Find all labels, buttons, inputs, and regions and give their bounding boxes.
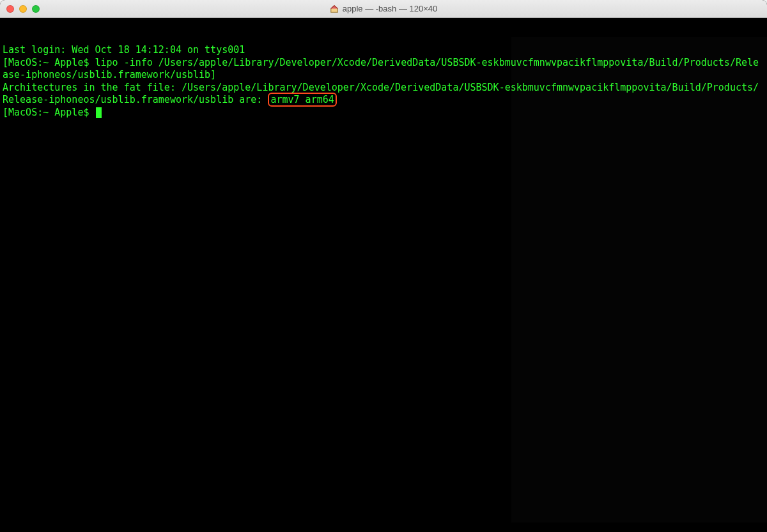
window-title: apple — -bash — 120×40 [0,4,767,13]
output-prefix: Architectures in the fat file: /Users/ap… [3,82,759,106]
command-1: lipo -info /Users/apple/Library/Develope… [3,57,759,81]
architectures-highlight: armv7 arm64 [268,93,336,107]
prompt-open-bracket-2: [ [3,107,8,118]
zoom-icon[interactable] [32,5,40,13]
cursor-block [96,107,102,118]
prompt-1: MacOS:~ Apple$ [8,57,95,68]
window-title-text: apple — -bash — 120×40 [343,4,438,13]
terminal-body[interactable]: Last login: Wed Oct 18 14:12:04 on ttys0… [0,18,767,532]
command-line-1: [MacOS:~ Apple$ lipo -info /Users/apple/… [3,57,764,82]
close-icon[interactable] [6,5,14,13]
titlebar[interactable]: apple — -bash — 120×40 [0,0,767,18]
minimize-icon[interactable] [19,5,27,13]
command-line-2: [MacOS:~ Apple$ [3,107,764,119]
terminal-window: apple — -bash — 120×40 Last login: Wed O… [0,0,767,532]
prompt-open-bracket: [ [3,57,8,68]
traffic-lights [0,5,40,13]
prompt-close-bracket: ] [210,69,216,80]
last-login-line: Last login: Wed Oct 18 14:12:04 on ttys0… [3,44,764,57]
home-icon [330,4,339,13]
output-line: Architectures in the fat file: /Users/ap… [3,82,764,107]
prompt-2: MacOS:~ Apple$ [8,107,95,118]
